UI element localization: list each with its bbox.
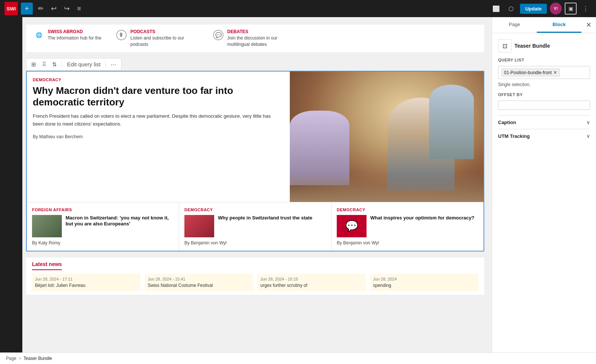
single-selection-label: Single selection. <box>498 82 590 87</box>
microphone-icon: 🎙 <box>116 30 127 40</box>
toolbar-separator <box>62 61 62 68</box>
sub-article-0[interactable]: FOREIGN AFFAIRS Macron in Switzerland: '… <box>27 202 179 251</box>
sub-article-0-text: Macron in Switzerland: 'you may not know… <box>66 215 174 228</box>
drag-handle-button[interactable]: ⠿ <box>40 60 48 69</box>
toolbar-separator-2 <box>105 61 106 68</box>
debates-label: DEBATES <box>227 29 295 34</box>
teaser-bundle-block: DEMOCRACY Why Macron didn't dare venture… <box>26 71 484 251</box>
podcasts-desc: Listen and subscribe to our podcasts <box>130 35 198 48</box>
sub-article-2-author: By Benjamin von Wyl <box>337 240 478 246</box>
tab-page[interactable]: Page <box>492 17 537 33</box>
news-items-row: Jun 28, 2024 - 17:11 Béjart loti: Julien… <box>32 274 478 291</box>
query-list-section-title: QUERY LIST <box>498 58 590 62</box>
sub-article-0-title: Macron in Switzerland: 'you may not know… <box>66 215 174 228</box>
right-sidebar: Page Block ✕ ⊡ Teaser Bundle QUERY LIST … <box>492 17 596 364</box>
news-item-3-text: spending <box>373 283 476 288</box>
latest-news-title: Latest news <box>32 261 62 270</box>
sub-articles-row: FOREIGN AFFAIRS Macron in Switzerland: '… <box>27 202 484 251</box>
sidebar-tabs: Page Block ✕ <box>492 17 596 33</box>
redo-button[interactable]: ↪ <box>62 3 72 14</box>
sidebar-close-button[interactable]: ✕ <box>581 17 596 33</box>
sub-article-2-text: What inspires your optimism for democrac… <box>370 215 475 221</box>
sub-article-2-title: What inspires your optimism for democrac… <box>370 215 475 221</box>
breadcrumb-current: Teaser Bundle <box>23 356 52 361</box>
sidebar-content: ⊡ Teaser Bundle QUERY LIST 01-Position-b… <box>492 33 596 149</box>
external-link-icon[interactable]: ⬡ <box>505 3 517 15</box>
main-article-description: French President has called on voters to… <box>33 113 282 128</box>
main-article[interactable]: DEMOCRACY Why Macron didn't dare venture… <box>27 72 484 202</box>
news-item-3-date: Jun 28, 2024 <box>373 277 476 281</box>
sub-article-0-inner: Macron in Switzerland: 'you may not know… <box>32 215 174 237</box>
edit-query-list-button[interactable]: Edit query list <box>65 60 102 69</box>
news-item-3[interactable]: Jun 28, 2024 spending <box>370 274 479 291</box>
sub-article-1-author: By Benjamin von Wyl <box>184 240 326 246</box>
news-item-0[interactable]: Jun 28, 2024 - 17:11 Béjart loti: Julien… <box>32 274 140 291</box>
left-sidebar <box>0 17 22 364</box>
offset-by-section-title: OFFSET BY <box>498 92 590 97</box>
tab-block[interactable]: Block <box>537 17 581 33</box>
block-icon: ⊡ <box>498 39 511 53</box>
breadcrumb-bar: Page > Teaser Bundle <box>0 352 596 364</box>
content-area: 🌐 SWISS ABROAD The information hub for t… <box>0 17 492 364</box>
sub-article-2-inner: 💬 What inspires your optimism for democr… <box>337 215 478 237</box>
nav-debates[interactable]: 💬 DEBATES Join the discussion in our mul… <box>213 29 295 48</box>
query-tag-remove-button[interactable]: ✕ <box>553 70 557 75</box>
globe-icon: 🌐 <box>34 30 44 40</box>
nav-podcasts[interactable]: 🎙 PODCASTS Listen and subscribe to our p… <box>116 29 198 48</box>
sub-article-2[interactable]: DEMOCRACY 💬 What inspires your optimism … <box>332 202 484 251</box>
nav-swiss-abroad[interactable]: 🌐 SWISS ABROAD The information hub for t… <box>34 29 101 48</box>
sub-article-1-category: DEMOCRACY <box>184 208 326 212</box>
update-button[interactable]: Update <box>520 4 547 14</box>
sub-article-0-image <box>32 215 62 237</box>
swi-logo: SWI <box>4 2 18 15</box>
more-block-options-button[interactable]: ⋯ <box>109 60 118 69</box>
monitor-icon[interactable]: ⬜ <box>490 3 502 15</box>
news-item-0-date: Jun 28, 2024 - 17:11 <box>35 277 137 281</box>
news-item-1-text: Swiss National Costume Festival <box>148 283 250 288</box>
sub-article-1-title: Why people in Switzerland trust the stat… <box>218 215 313 221</box>
nav-bar: 🌐 SWISS ABROAD The information hub for t… <box>26 25 484 52</box>
block-name-label: Teaser Bundle <box>514 43 550 49</box>
breadcrumb-separator: > <box>19 356 21 361</box>
sub-article-1-text: Why people in Switzerland trust the stat… <box>218 215 313 221</box>
news-item-0-text: Béjart loti: Julien Favreau <box>35 283 137 288</box>
news-item-1-date: Jun 28, 2024 - 15:41 <box>148 277 250 281</box>
swiss-abroad-desc: The information hub for the <box>48 35 101 41</box>
block-toolbar: ⊞ ⠿ ⇅ Edit query list ⋯ <box>26 58 121 71</box>
news-item-2-date: Jun 28, 2024 - 15:15 <box>260 277 363 281</box>
main-layout: 🌐 SWISS ABROAD The information hub for t… <box>0 17 596 364</box>
offset-by-input[interactable] <box>498 101 590 110</box>
caption-collapsible[interactable]: Caption ∨ <box>498 115 590 129</box>
add-block-button[interactable]: + <box>21 3 33 15</box>
news-item-2-text: urges further scrutiny of <box>260 283 363 288</box>
move-updown-button[interactable]: ⇅ <box>50 60 59 69</box>
sub-article-1[interactable]: DEMOCRACY Why people in Switzerland trus… <box>179 202 332 251</box>
main-article-author: By Mathieu van Berchem <box>33 134 282 139</box>
latest-news-section: Latest news Jun 28, 2024 - 17:11 Béjart … <box>26 257 484 295</box>
main-article-image <box>290 72 484 202</box>
news-item-1[interactable]: Jun 28, 2024 - 15:41 Swiss National Cost… <box>145 274 253 291</box>
sub-article-0-category: FOREIGN AFFAIRS <box>32 208 174 212</box>
main-article-category: DEMOCRACY <box>33 77 282 82</box>
sidebar-toggle-icon[interactable]: ▣ <box>565 3 577 15</box>
caption-label: Caption <box>498 120 516 125</box>
more-options-button[interactable]: ⋮ <box>580 3 592 15</box>
pencil-button[interactable]: ✏ <box>36 3 46 14</box>
utm-tracking-collapsible[interactable]: UTM Tracking ∨ <box>498 129 590 143</box>
query-list-input[interactable]: 01-Position-bundle-front ✕ <box>498 66 590 79</box>
debates-desc: Join the discussion in our multilingual … <box>227 35 295 48</box>
query-tag: 01-Position-bundle-front ✕ <box>501 69 560 76</box>
layout-icon-button[interactable]: ⊞ <box>29 60 38 69</box>
news-item-2[interactable]: Jun 28, 2024 - 15:15 urges further scrut… <box>257 274 366 291</box>
utm-tracking-chevron-icon: ∨ <box>586 133 590 139</box>
article-text: DEMOCRACY Why Macron didn't dare venture… <box>27 72 290 202</box>
main-article-headline: Why Macron didn't dare venture too far i… <box>33 85 282 108</box>
menu-button[interactable]: ≡ <box>75 3 83 14</box>
sub-article-2-image: 💬 <box>337 215 367 237</box>
sub-article-2-category: DEMOCRACY <box>337 208 478 212</box>
podcasts-label: PODCASTS <box>130 29 198 34</box>
yoast-icon[interactable]: Y! <box>550 3 562 15</box>
undo-button[interactable]: ↩ <box>49 3 59 14</box>
breadcrumb-page[interactable]: Page <box>6 356 16 361</box>
sub-article-1-inner: Why people in Switzerland trust the stat… <box>184 215 326 237</box>
